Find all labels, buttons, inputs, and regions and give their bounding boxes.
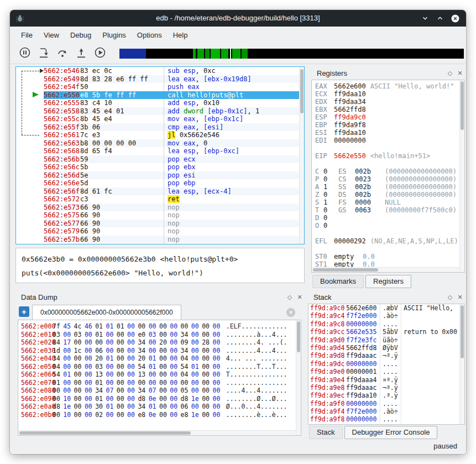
hex-dump-row[interactable]: 5662:e0500400000003000000540100005401000… xyxy=(18,363,301,371)
disasm-row[interactable]: 5662:e56c5bpop ebx xyxy=(16,163,304,171)
register-row[interactable]: D0 xyxy=(312,214,459,222)
dump-vscrollbar[interactable] xyxy=(296,320,301,435)
hex-dump-row[interactable]: 5662:e0007f454c4601010100000000000000000… xyxy=(18,322,301,331)
dump-region-tab[interactable]: 0x000000005662e000-0x000000005662f000 xyxy=(32,305,181,320)
disasm-row[interactable]: 5662:e55583 c4 10add esp, 0x10 xyxy=(16,99,304,107)
disasm-row[interactable]: 5662:e57966 90nop xyxy=(16,227,304,236)
step-out-button[interactable] xyxy=(72,45,91,62)
hex-dump-row[interactable]: 5662:e0100300030001000000e00300003400000… xyxy=(18,331,301,339)
close-tab-icon[interactable]: ✕ xyxy=(286,308,295,317)
scroll-thumb[interactable] xyxy=(300,69,304,113)
disasm-row[interactable]: 5662:e5688d 65 f4lea esp, [ebp-0xc] xyxy=(16,147,304,155)
hex-dump-row[interactable]: 5662:e0605401000013000000130000000400000… xyxy=(18,371,301,379)
hex-dump-panel[interactable]: 5662:e0007f454c4601010100000000000000000… xyxy=(18,320,301,436)
stack-vscrollbar[interactable] xyxy=(459,304,464,424)
registers-vscrollbar[interactable] xyxy=(459,80,464,272)
register-row[interactable]: EBX5662ffd8 xyxy=(312,106,459,113)
register-row[interactable]: O0 xyxy=(312,222,459,230)
register-row[interactable]: C0ES002b(0000000000000000) xyxy=(312,168,459,175)
scroll-thumb[interactable] xyxy=(461,81,464,130)
close-dock-icon[interactable]: ✕ xyxy=(455,294,465,301)
dump-hscrollbar[interactable] xyxy=(18,430,296,435)
disassembly-view[interactable]: 5662:e54683 ec 0csub esp, 0xc5662:e5498d… xyxy=(15,66,305,244)
disasm-row[interactable]: 5662:e56b59pop ecx xyxy=(16,155,304,164)
hex-dump-row[interactable]: 5662:e0900010000001000000d80e0000d81e000… xyxy=(18,395,301,403)
menu-item-debug[interactable]: Debug xyxy=(65,29,97,41)
register-row[interactable]: Z0DS002b(0000000000000000) xyxy=(312,191,459,199)
add-dump-tab-button[interactable]: + xyxy=(19,306,29,317)
disasm-row[interactable]: 5662:e563b8 00 00 00 00mov eax, 0 xyxy=(16,139,304,148)
menu-item-view[interactable]: View xyxy=(38,29,65,41)
disasm-row[interactable]: 5662:e56f8d 61 fclea esp, [ecx-4] xyxy=(16,187,304,196)
scroll-thumb[interactable] xyxy=(313,268,378,272)
disasm-row[interactable]: 5662:e57d66 90nop xyxy=(16,243,304,244)
minimize-window-icon[interactable] xyxy=(421,14,430,23)
menu-item-file[interactable]: File xyxy=(15,29,38,41)
stack-row[interactable]: ff9d:a9f000000000.... xyxy=(308,400,464,408)
run-button[interactable] xyxy=(91,45,109,62)
menu-item-help[interactable]: Help xyxy=(168,29,193,41)
disasm-row[interactable]: 5662:e55c8b 45 e4mov eax, [ebp-0x1c] xyxy=(16,115,304,123)
register-row[interactable]: EIP5662e550<hello!main+51> xyxy=(312,152,459,160)
disasm-row[interactable]: 5662:e56e5dpop ebp xyxy=(16,179,304,187)
register-row[interactable]: EDI00000000 xyxy=(312,137,459,144)
close-window-icon[interactable] xyxy=(451,14,459,23)
scroll-thumb[interactable] xyxy=(461,305,464,358)
stack-row[interactable]: ff9d:a9c05662e600.æbVASCII "Hello, xyxy=(308,304,464,312)
disasm-row[interactable]: 5662:e57b66 90nop xyxy=(16,236,304,244)
stack-row[interactable]: ff9d:a9ecff9daa10.ª.ÿ xyxy=(308,392,464,399)
pause-button[interactable] xyxy=(15,45,34,62)
register-row[interactable]: A1SS002b(0000000000000000) xyxy=(312,183,459,191)
disasm-row[interactable]: 5662:e5498d 83 28 e6 ff fflea eax, [ebx-… xyxy=(16,75,304,84)
tab-registers[interactable]: Registers xyxy=(365,275,411,288)
tab-stack[interactable]: Stack xyxy=(309,426,343,439)
tab-bookmarks[interactable]: Bookmarks xyxy=(312,275,364,288)
disasm-row[interactable]: 5662:e55883 45 e4 01add dword [ebp-0x1c]… xyxy=(16,107,304,116)
disasm-row[interactable]: 5662:e54f50push eax xyxy=(16,83,304,91)
register-row[interactable]: T0GS0063(00000000f7f500c0) xyxy=(312,206,459,214)
register-row[interactable]: EFL00000292(NO,AE,NE,A,S,NP,L,LE) xyxy=(312,237,459,245)
hex-dump-row[interactable]: 5662:e0800000000034070000340700000500000… xyxy=(18,387,301,395)
register-row[interactable]: EDXff9daa34 xyxy=(312,98,459,106)
disasm-row[interactable]: 5662:e56d5epop esi xyxy=(16,171,304,180)
stack-row[interactable]: ff9d:a9c800000000.... xyxy=(308,320,464,328)
titlebar[interactable]: edb - /home/eteran/edb-debugger/build/he… xyxy=(10,10,466,27)
scroll-thumb[interactable] xyxy=(19,431,191,435)
hex-dump-row[interactable]: 5662:e0403400000020010000200100000400000… xyxy=(18,354,301,363)
step-over-button[interactable] xyxy=(53,45,72,62)
stack-row[interactable]: ff9d:a9d8ff9daaac¬ª.ÿ xyxy=(308,352,464,359)
stack-row[interactable]: ff9d:a9d45662ffd8ØÿbV xyxy=(308,344,464,352)
stack-row[interactable]: ff9d:a9e8ff9daaac¬ª.ÿ xyxy=(308,384,464,392)
memory-map[interactable] xyxy=(119,49,464,59)
disasm-row[interactable]: 5662:e572c3ret xyxy=(16,195,304,204)
hex-dump-row[interactable]: 5662:e0a0d81e000030010000340100000600000… xyxy=(18,403,301,411)
stack-row[interactable]: ff9d:a9dc00000000.... xyxy=(308,360,464,368)
register-row[interactable]: ESIff9daa10 xyxy=(312,129,459,137)
register-row[interactable]: S1FS0000NULL xyxy=(312,199,459,206)
scroll-thumb[interactable] xyxy=(297,321,300,352)
stack-row[interactable]: ff9d:a9cc5662e5355åbVreturn to 0x00 xyxy=(308,328,464,336)
stack-row[interactable]: ff9d:a9d0f7f2e3fcüãò÷ xyxy=(308,336,464,344)
stack-row[interactable]: ff9d:a9f4f7f2e000.àò÷ xyxy=(308,408,464,415)
disasm-row[interactable]: 5662:e57766 90nop xyxy=(16,220,304,228)
hex-dump-row[interactable]: 5662:e0301d001c0006000000340000003400000… xyxy=(18,347,301,355)
disasm-row[interactable]: 5662:e54683 ec 0csub esp, 0xc xyxy=(16,67,304,75)
disasm-row[interactable]: 5662:e57366 90nop xyxy=(16,204,304,212)
disasm-row[interactable]: 5662:e55f3b 06cmp eax, [esi] xyxy=(16,123,304,132)
step-into-button[interactable] xyxy=(34,45,53,62)
register-row[interactable]: P0CS0023(0000000000000000) xyxy=(312,175,459,183)
maximize-window-icon[interactable] xyxy=(436,14,444,23)
float-dock-icon[interactable]: ◇ xyxy=(445,294,455,301)
float-dock-icon[interactable]: ◇ xyxy=(285,294,295,301)
close-dock-icon[interactable]: ✕ xyxy=(295,294,305,301)
disasm-row[interactable]: 5662:e550e8 5b fe ff ffcall hello!puts@p… xyxy=(16,91,304,100)
registers-panel[interactable]: EAX5662e600ASCII "Hello, world!"ECXff9da… xyxy=(311,80,465,273)
menu-item-options[interactable]: Options xyxy=(132,29,168,41)
float-dock-icon[interactable]: ◇ xyxy=(445,70,455,77)
disassembly-scrollbar[interactable] xyxy=(299,67,304,244)
register-row[interactable]: ST0empty0.0 xyxy=(312,253,459,260)
menu-item-plugins[interactable]: Plugins xyxy=(97,29,132,41)
close-dock-icon[interactable]: ✕ xyxy=(455,70,465,77)
hex-dump-row[interactable]: 5662:e0b00010000002000000e80e0000e81e000… xyxy=(18,411,301,419)
disasm-row[interactable]: 5662:e57566 90nop xyxy=(16,211,304,220)
